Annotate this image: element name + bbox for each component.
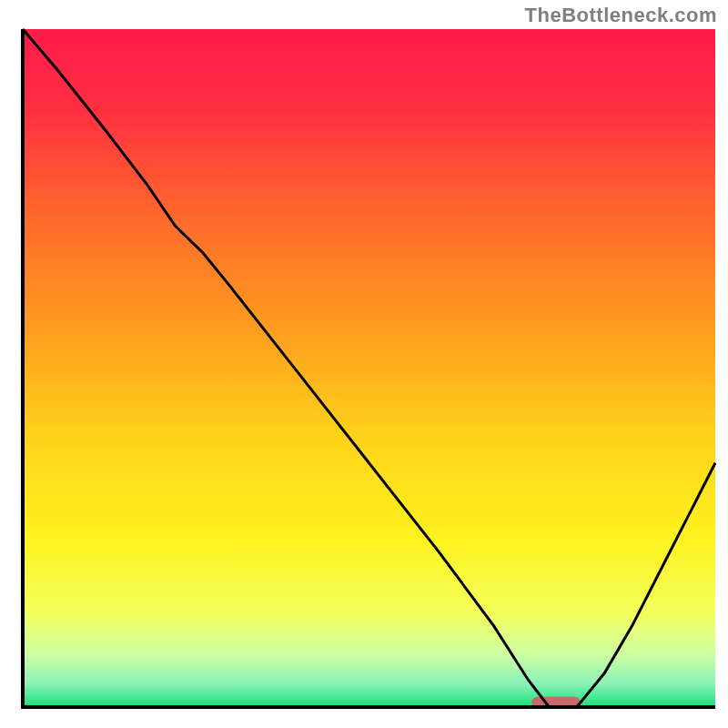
chart-container: TheBottleneck.com: [0, 0, 728, 728]
plot-background: [23, 29, 715, 707]
chart-svg: [0, 0, 728, 728]
